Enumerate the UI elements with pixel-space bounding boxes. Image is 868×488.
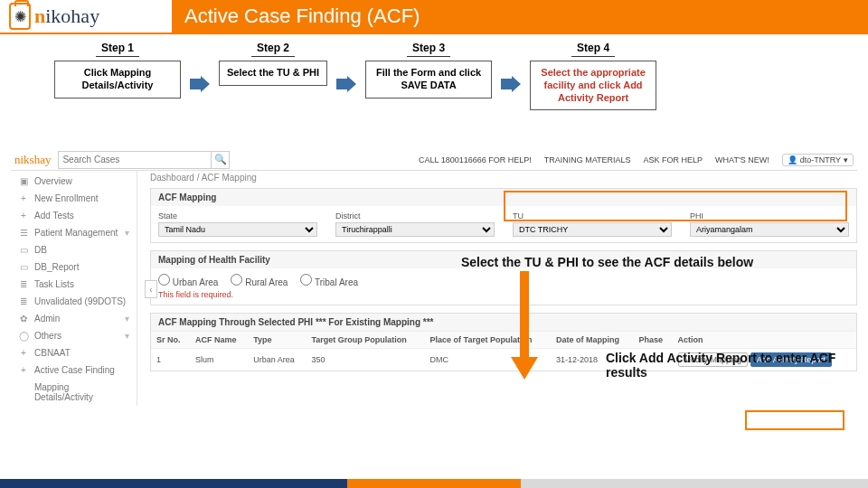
- app-logo: nikshay: [14, 153, 51, 167]
- svg-marker-0: [190, 76, 210, 92]
- cell: Urban Area: [248, 349, 306, 371]
- sidebar-item[interactable]: +Active Case Finding: [11, 361, 137, 379]
- app-header: nikshay 🔍 CALL 1800116666 FOR HELP! TRAI…: [11, 149, 857, 171]
- arrow-icon: [190, 76, 210, 92]
- sidebar-icon: +: [18, 365, 29, 375]
- district-select[interactable]: Tiruchirappalli: [335, 222, 495, 237]
- sidebar-label: Add Tests: [34, 211, 74, 221]
- step-3: Step 3 Fill the Form and click SAVE DATA: [365, 42, 492, 99]
- cell: 1: [151, 349, 190, 371]
- radio-urban[interactable]: Urban Area: [158, 274, 218, 287]
- col-header: Target Group Population: [307, 332, 425, 349]
- sidebar-icon: ☰: [18, 228, 29, 238]
- step-4: Step 4 Select the appropriate facility a…: [530, 42, 656, 110]
- sidebar-icon: ▣: [18, 176, 29, 186]
- sidebar-label: Active Case Finding: [34, 365, 115, 375]
- collapse-sidebar-button[interactable]: ‹: [145, 280, 157, 298]
- logo-text: nikohay: [34, 5, 99, 28]
- sidebar-label: Mapping Details/Activity: [34, 382, 129, 402]
- sidebar-icon: ◯: [18, 331, 29, 341]
- col-header: Action: [673, 332, 856, 349]
- sidebar-icon: ✿: [18, 314, 29, 324]
- col-header: ACF Name: [190, 332, 248, 349]
- svg-marker-2: [501, 76, 521, 92]
- training-link[interactable]: TRAINING MATERIALS: [544, 155, 631, 164]
- radio-rural[interactable]: Rural Area: [231, 274, 288, 287]
- col-header: Sr No.: [151, 332, 190, 349]
- sidebar: ▣Overview+New Enrollment+Add Tests☰Patie…: [11, 171, 137, 406]
- search-input[interactable]: [59, 155, 211, 164]
- whatsnew-link[interactable]: WHAT'S NEW!: [715, 155, 769, 164]
- sidebar-label: Overview: [34, 176, 72, 186]
- step-1: Step 1 Click Mapping Details/Activity: [54, 42, 181, 99]
- step-label: Step 4: [571, 42, 615, 57]
- sidebar-icon: ≣: [18, 296, 29, 306]
- sidebar-item[interactable]: ▭DB: [11, 241, 137, 258]
- arrow-icon: [336, 76, 356, 92]
- search-icon[interactable]: 🔍: [211, 151, 229, 169]
- search-box[interactable]: 🔍: [58, 151, 230, 169]
- step-box: Click Mapping Details/Activity: [54, 61, 181, 99]
- step-box: Select the TU & PHI: [219, 61, 327, 86]
- filter-state: StateTamil Nadu: [158, 211, 317, 237]
- phone-icon: ✺: [9, 3, 31, 30]
- user-label: dto-TNTRY: [800, 155, 841, 164]
- sidebar-icon: +: [18, 193, 29, 203]
- state-select[interactable]: Tamil Nadu: [158, 222, 317, 237]
- svg-rect-3: [520, 271, 529, 357]
- sidebar-item[interactable]: ◯Others▾: [11, 327, 137, 344]
- logo: ✺ nikohay: [0, 0, 172, 33]
- sidebar-item[interactable]: +New Enrollment: [11, 190, 137, 207]
- sidebar-item[interactable]: ▣Overview: [11, 173, 137, 190]
- step-label: Step 3: [407, 42, 450, 57]
- sidebar-label: Patient Management: [34, 228, 118, 238]
- chevron-down-icon: ▾: [125, 314, 129, 324]
- sidebar-label: CBNAAT: [34, 348, 71, 358]
- chevron-down-icon: ▾: [125, 228, 129, 238]
- col-header: Phase: [634, 332, 673, 349]
- radio-tribal[interactable]: Tribal Area: [300, 274, 358, 287]
- slide-header: ✺ nikohay Active Case Finding (ACF): [0, 0, 868, 34]
- highlight-add-activity: [745, 410, 844, 430]
- tu-select[interactable]: DTC TRICHY: [513, 222, 672, 237]
- chevron-down-icon: ▾: [125, 331, 129, 341]
- label: State: [158, 211, 317, 221]
- phi-select[interactable]: Ariyamangalam: [690, 222, 849, 237]
- call-link[interactable]: CALL 1800116666 FOR HELP!: [419, 155, 532, 164]
- sidebar-label: DB: [34, 245, 47, 255]
- sidebar-label: DB_Report: [34, 262, 79, 272]
- sidebar-item[interactable]: ≣Unvalidated (99DOTS): [11, 293, 137, 310]
- sidebar-item[interactable]: +Add Tests: [11, 207, 137, 224]
- filter-tu: TUDTC TRICHY: [513, 211, 672, 237]
- down-arrow-icon: [511, 271, 538, 381]
- sidebar-icon: +: [18, 211, 29, 221]
- filter-phi: PHIAriyamangalam: [690, 211, 849, 237]
- sidebar-label: Admin: [34, 314, 60, 324]
- svg-marker-4: [511, 357, 538, 380]
- breadcrumb: Dashboard / ACF Mapping: [150, 173, 857, 183]
- sidebar-item[interactable]: +CBNAAT: [11, 344, 137, 361]
- sidebar-icon: ▭: [18, 262, 29, 272]
- step-box: Select the appropriate facility and clic…: [530, 61, 656, 110]
- sidebar-label: Unvalidated (99DOTS): [34, 296, 126, 306]
- sidebar-item[interactable]: ▭DB_Report: [11, 258, 137, 276]
- arrow-icon: [501, 76, 521, 92]
- filter-district: DistrictTiruchirappalli: [335, 211, 495, 237]
- annotation-select-tu-phi: Select the TU & PHI to see the ACF detai…: [461, 255, 753, 269]
- ask-link[interactable]: ASK FOR HELP: [644, 155, 703, 164]
- page-title: Active Case Finding (ACF): [172, 0, 868, 33]
- sidebar-item[interactable]: ☰Patient Management▾: [11, 224, 137, 241]
- svg-marker-1: [336, 76, 356, 92]
- sidebar-item[interactable]: ✿Admin▾: [11, 310, 137, 327]
- cell: 350: [307, 349, 425, 371]
- footer-bars: [0, 479, 868, 488]
- sidebar-item[interactable]: Mapping Details/Activity: [11, 379, 137, 406]
- sidebar-icon: +: [18, 348, 29, 358]
- step-box: Fill the Form and click SAVE DATA: [365, 61, 492, 99]
- label: District: [335, 211, 495, 221]
- sidebar-item[interactable]: ≣Task Lists: [11, 276, 137, 293]
- user-menu[interactable]: 👤dto-TNTRY ▾: [782, 154, 854, 166]
- col-header: Type: [248, 332, 306, 349]
- sidebar-icon: ≣: [18, 279, 29, 289]
- col-header: Date of Mapping: [551, 332, 634, 349]
